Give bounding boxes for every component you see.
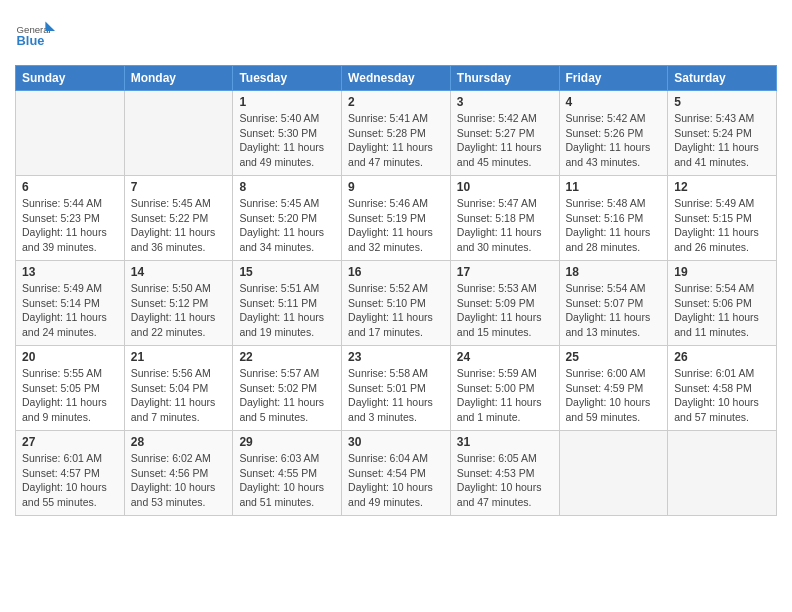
calendar-cell: 24Sunrise: 5:59 AM Sunset: 5:00 PM Dayli… [450, 346, 559, 431]
calendar-cell: 9Sunrise: 5:46 AM Sunset: 5:19 PM Daylig… [342, 176, 451, 261]
calendar-table: SundayMondayTuesdayWednesdayThursdayFrid… [15, 65, 777, 516]
day-number: 2 [348, 95, 444, 109]
calendar-cell: 27Sunrise: 6:01 AM Sunset: 4:57 PM Dayli… [16, 431, 125, 516]
day-number: 6 [22, 180, 118, 194]
calendar-cell [16, 91, 125, 176]
day-number: 23 [348, 350, 444, 364]
day-header-sunday: Sunday [16, 66, 125, 91]
calendar-cell: 21Sunrise: 5:56 AM Sunset: 5:04 PM Dayli… [124, 346, 233, 431]
calendar-cell: 1Sunrise: 5:40 AM Sunset: 5:30 PM Daylig… [233, 91, 342, 176]
calendar-cell: 31Sunrise: 6:05 AM Sunset: 4:53 PM Dayli… [450, 431, 559, 516]
calendar-cell: 12Sunrise: 5:49 AM Sunset: 5:15 PM Dayli… [668, 176, 777, 261]
page-header: General Blue [15, 15, 777, 55]
day-detail: Sunrise: 6:03 AM Sunset: 4:55 PM Dayligh… [239, 451, 335, 510]
day-detail: Sunrise: 5:43 AM Sunset: 5:24 PM Dayligh… [674, 111, 770, 170]
day-detail: Sunrise: 5:51 AM Sunset: 5:11 PM Dayligh… [239, 281, 335, 340]
calendar-cell [668, 431, 777, 516]
day-number: 26 [674, 350, 770, 364]
day-detail: Sunrise: 6:00 AM Sunset: 4:59 PM Dayligh… [566, 366, 662, 425]
calendar-cell: 28Sunrise: 6:02 AM Sunset: 4:56 PM Dayli… [124, 431, 233, 516]
day-number: 30 [348, 435, 444, 449]
day-detail: Sunrise: 5:49 AM Sunset: 5:14 PM Dayligh… [22, 281, 118, 340]
day-detail: Sunrise: 6:04 AM Sunset: 4:54 PM Dayligh… [348, 451, 444, 510]
day-detail: Sunrise: 5:45 AM Sunset: 5:22 PM Dayligh… [131, 196, 227, 255]
calendar-cell: 15Sunrise: 5:51 AM Sunset: 5:11 PM Dayli… [233, 261, 342, 346]
day-number: 29 [239, 435, 335, 449]
calendar-cell: 11Sunrise: 5:48 AM Sunset: 5:16 PM Dayli… [559, 176, 668, 261]
day-number: 7 [131, 180, 227, 194]
day-number: 1 [239, 95, 335, 109]
calendar-cell: 13Sunrise: 5:49 AM Sunset: 5:14 PM Dayli… [16, 261, 125, 346]
day-header-thursday: Thursday [450, 66, 559, 91]
week-row-2: 6Sunrise: 5:44 AM Sunset: 5:23 PM Daylig… [16, 176, 777, 261]
day-number: 22 [239, 350, 335, 364]
day-detail: Sunrise: 5:45 AM Sunset: 5:20 PM Dayligh… [239, 196, 335, 255]
day-number: 16 [348, 265, 444, 279]
calendar-cell: 18Sunrise: 5:54 AM Sunset: 5:07 PM Dayli… [559, 261, 668, 346]
day-header-tuesday: Tuesday [233, 66, 342, 91]
day-detail: Sunrise: 5:56 AM Sunset: 5:04 PM Dayligh… [131, 366, 227, 425]
day-number: 5 [674, 95, 770, 109]
day-detail: Sunrise: 5:53 AM Sunset: 5:09 PM Dayligh… [457, 281, 553, 340]
calendar-cell: 14Sunrise: 5:50 AM Sunset: 5:12 PM Dayli… [124, 261, 233, 346]
day-number: 10 [457, 180, 553, 194]
day-number: 24 [457, 350, 553, 364]
day-header-wednesday: Wednesday [342, 66, 451, 91]
week-row-5: 27Sunrise: 6:01 AM Sunset: 4:57 PM Dayli… [16, 431, 777, 516]
calendar-cell: 4Sunrise: 5:42 AM Sunset: 5:26 PM Daylig… [559, 91, 668, 176]
day-number: 19 [674, 265, 770, 279]
calendar-cell: 26Sunrise: 6:01 AM Sunset: 4:58 PM Dayli… [668, 346, 777, 431]
day-detail: Sunrise: 6:05 AM Sunset: 4:53 PM Dayligh… [457, 451, 553, 510]
calendar-cell: 23Sunrise: 5:58 AM Sunset: 5:01 PM Dayli… [342, 346, 451, 431]
day-number: 13 [22, 265, 118, 279]
day-detail: Sunrise: 6:01 AM Sunset: 4:58 PM Dayligh… [674, 366, 770, 425]
day-number: 27 [22, 435, 118, 449]
calendar-cell: 7Sunrise: 5:45 AM Sunset: 5:22 PM Daylig… [124, 176, 233, 261]
day-detail: Sunrise: 6:02 AM Sunset: 4:56 PM Dayligh… [131, 451, 227, 510]
day-number: 15 [239, 265, 335, 279]
calendar-cell: 17Sunrise: 5:53 AM Sunset: 5:09 PM Dayli… [450, 261, 559, 346]
calendar-cell: 16Sunrise: 5:52 AM Sunset: 5:10 PM Dayli… [342, 261, 451, 346]
calendar-cell: 25Sunrise: 6:00 AM Sunset: 4:59 PM Dayli… [559, 346, 668, 431]
week-row-3: 13Sunrise: 5:49 AM Sunset: 5:14 PM Dayli… [16, 261, 777, 346]
day-detail: Sunrise: 5:47 AM Sunset: 5:18 PM Dayligh… [457, 196, 553, 255]
day-detail: Sunrise: 5:49 AM Sunset: 5:15 PM Dayligh… [674, 196, 770, 255]
day-detail: Sunrise: 5:55 AM Sunset: 5:05 PM Dayligh… [22, 366, 118, 425]
day-number: 11 [566, 180, 662, 194]
calendar-cell: 10Sunrise: 5:47 AM Sunset: 5:18 PM Dayli… [450, 176, 559, 261]
day-header-monday: Monday [124, 66, 233, 91]
day-header-friday: Friday [559, 66, 668, 91]
day-detail: Sunrise: 6:01 AM Sunset: 4:57 PM Dayligh… [22, 451, 118, 510]
day-number: 9 [348, 180, 444, 194]
calendar-cell: 30Sunrise: 6:04 AM Sunset: 4:54 PM Dayli… [342, 431, 451, 516]
day-detail: Sunrise: 5:48 AM Sunset: 5:16 PM Dayligh… [566, 196, 662, 255]
calendar-cell: 8Sunrise: 5:45 AM Sunset: 5:20 PM Daylig… [233, 176, 342, 261]
day-detail: Sunrise: 5:44 AM Sunset: 5:23 PM Dayligh… [22, 196, 118, 255]
day-number: 25 [566, 350, 662, 364]
day-detail: Sunrise: 5:57 AM Sunset: 5:02 PM Dayligh… [239, 366, 335, 425]
day-number: 3 [457, 95, 553, 109]
day-number: 17 [457, 265, 553, 279]
calendar-cell: 19Sunrise: 5:54 AM Sunset: 5:06 PM Dayli… [668, 261, 777, 346]
day-number: 21 [131, 350, 227, 364]
day-header-saturday: Saturday [668, 66, 777, 91]
day-detail: Sunrise: 5:42 AM Sunset: 5:27 PM Dayligh… [457, 111, 553, 170]
week-row-1: 1Sunrise: 5:40 AM Sunset: 5:30 PM Daylig… [16, 91, 777, 176]
calendar-cell: 20Sunrise: 5:55 AM Sunset: 5:05 PM Dayli… [16, 346, 125, 431]
day-detail: Sunrise: 5:50 AM Sunset: 5:12 PM Dayligh… [131, 281, 227, 340]
day-detail: Sunrise: 5:41 AM Sunset: 5:28 PM Dayligh… [348, 111, 444, 170]
calendar-cell: 3Sunrise: 5:42 AM Sunset: 5:27 PM Daylig… [450, 91, 559, 176]
calendar-cell [559, 431, 668, 516]
week-row-4: 20Sunrise: 5:55 AM Sunset: 5:05 PM Dayli… [16, 346, 777, 431]
calendar-cell: 29Sunrise: 6:03 AM Sunset: 4:55 PM Dayli… [233, 431, 342, 516]
day-detail: Sunrise: 5:59 AM Sunset: 5:00 PM Dayligh… [457, 366, 553, 425]
day-detail: Sunrise: 5:58 AM Sunset: 5:01 PM Dayligh… [348, 366, 444, 425]
day-detail: Sunrise: 5:42 AM Sunset: 5:26 PM Dayligh… [566, 111, 662, 170]
day-detail: Sunrise: 5:40 AM Sunset: 5:30 PM Dayligh… [239, 111, 335, 170]
calendar-cell: 6Sunrise: 5:44 AM Sunset: 5:23 PM Daylig… [16, 176, 125, 261]
day-number: 4 [566, 95, 662, 109]
day-detail: Sunrise: 5:46 AM Sunset: 5:19 PM Dayligh… [348, 196, 444, 255]
day-number: 31 [457, 435, 553, 449]
day-number: 14 [131, 265, 227, 279]
day-number: 12 [674, 180, 770, 194]
